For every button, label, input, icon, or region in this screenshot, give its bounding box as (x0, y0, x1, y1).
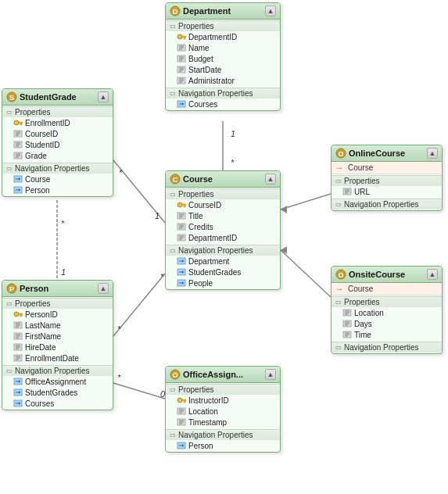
entity-icon: O (335, 148, 346, 159)
svg-rect-96 (20, 315, 22, 317)
properties-header[interactable]: ▭ Properties (2, 106, 113, 117)
collapse-button[interactable]: ▲ (427, 269, 438, 280)
entity-onlinecourse-title: O OnlineCourse (335, 148, 405, 159)
svg-text:O: O (338, 271, 343, 279)
onlinecourse-arrow-row: → Course (332, 162, 442, 174)
department-row-Courses: Courses (166, 98, 280, 109)
sg-row-Course: Course (2, 174, 113, 184)
entity-department-header[interactable]: D Department ▲ (166, 3, 280, 20)
nav-header[interactable]: ▭ Navigation Properties (332, 342, 442, 353)
sg-row-EnrollmentID: EnrollmentID (2, 117, 113, 128)
entity-course-header[interactable]: C Course ▲ (166, 171, 280, 188)
studentgrade-properties-section: ▭ Properties EnrollmentID CourseID Stude… (2, 106, 113, 162)
person-row-LastName: LastName (2, 320, 113, 331)
sg-row-Grade: Grade (2, 150, 113, 161)
sg-row-Person: Person (2, 184, 113, 195)
collapse-button[interactable]: ▲ (265, 369, 276, 380)
entity-icon: O (170, 369, 181, 380)
nav-icon (13, 377, 23, 386)
entity-icon: O (335, 269, 346, 280)
entity-icon: D (170, 5, 181, 16)
entity-icon: C (170, 174, 181, 184)
department-properties-section: ▭ Properties DepartmentID Name Budget St… (166, 20, 280, 87)
entity-onsitecourse-header[interactable]: O OnsiteCourse ▲ (332, 267, 442, 283)
properties-header[interactable]: ▭ Properties (166, 20, 280, 31)
prop-icon (13, 129, 23, 138)
svg-point-45 (14, 120, 19, 125)
nav-icon (177, 267, 186, 277)
person-nav-section: ▭ Navigation Properties OfficeAssignment… (2, 364, 113, 410)
entity-course-title: C Course (170, 174, 213, 184)
svg-line-15 (281, 194, 331, 209)
key-icon (177, 396, 186, 405)
svg-text:S: S (9, 94, 14, 102)
nav-icon (177, 99, 186, 109)
entity-onsitecourse: O OnsiteCourse ▲ → Course ▭ Properties L… (331, 266, 443, 354)
department-nav-section: ▭ Navigation Properties Courses (166, 87, 280, 110)
svg-text:*: * (160, 272, 164, 281)
svg-text:1: 1 (231, 129, 235, 138)
person-properties-section: ▭ Properties PersonID LastName FirstName… (2, 297, 113, 364)
key-icon (177, 32, 186, 41)
nav-header[interactable]: ▭ Navigation Properties (2, 365, 113, 376)
osc-row-Days: Days (332, 318, 442, 329)
properties-header[interactable]: ▭ Properties (332, 296, 442, 307)
entity-studentgrade-header[interactable]: S StudentGrade ▲ (2, 89, 113, 106)
svg-text:P: P (9, 285, 14, 293)
prop-icon (177, 65, 186, 74)
properties-header[interactable]: ▭ Properties (166, 188, 280, 199)
nav-icon (13, 399, 23, 408)
nav-header[interactable]: ▭ Navigation Properties (2, 163, 113, 174)
collapse-button[interactable]: ▲ (98, 283, 109, 294)
prop-icon (177, 76, 186, 85)
nav-header[interactable]: ▭ Navigation Properties (166, 245, 280, 256)
nav-header[interactable]: ▭ Navigation Properties (166, 429, 280, 440)
svg-point-124 (177, 398, 182, 403)
nav-icon (177, 441, 186, 450)
onsitecourse-nav-section: ▭ Navigation Properties (332, 341, 442, 353)
properties-header[interactable]: ▭ Properties (2, 298, 113, 309)
department-row-StartDate: StartDate (166, 64, 280, 75)
collapse-button[interactable]: ▲ (265, 5, 276, 16)
osc-row-Location: Location (332, 307, 442, 318)
svg-line-12 (113, 383, 165, 399)
prop-icon (177, 54, 186, 63)
svg-rect-125 (182, 399, 186, 401)
course-row-CourseID: CourseID (166, 199, 280, 210)
nav-header[interactable]: ▭ Navigation Properties (332, 199, 442, 209)
properties-header[interactable]: ▭ Properties (332, 175, 442, 186)
entity-onlinecourse-header[interactable]: O OnlineCourse ▲ (332, 145, 442, 162)
diagram-canvas: 1 * * 1 * 1 * * * 0..1 D (0, 0, 448, 494)
prop-icon (13, 331, 23, 341)
svg-marker-16 (281, 206, 287, 213)
person-row-StudentGrades: StudentGrades (2, 387, 113, 398)
oc-row-URL: URL (332, 186, 442, 197)
svg-text:D: D (173, 8, 178, 16)
svg-point-21 (177, 34, 182, 39)
collapse-button[interactable]: ▲ (265, 174, 276, 184)
department-row-DepartmentID: DepartmentID (166, 31, 280, 42)
oa-row-Location: Location (166, 406, 280, 417)
properties-header[interactable]: ▭ Properties (166, 384, 280, 395)
key-icon (13, 118, 23, 127)
svg-point-68 (177, 202, 182, 207)
onsitecourse-arrow-row: → Course (332, 283, 442, 295)
svg-marker-18 (281, 246, 287, 254)
oa-row-Person: Person (166, 440, 280, 451)
person-row-PersonID: PersonID (2, 309, 113, 320)
prop-icon (342, 319, 352, 328)
onlinecourse-nav-section: ▭ Navigation Properties (332, 198, 442, 210)
nav-header[interactable]: ▭ Navigation Properties (166, 88, 280, 98)
collapse-button[interactable]: ▲ (98, 91, 109, 102)
entity-onlinecourse: O OnlineCourse ▲ → Course ▭ Properties U… (331, 145, 443, 211)
collapse-button[interactable]: ▲ (427, 148, 438, 159)
svg-text:1: 1 (155, 211, 159, 220)
sg-row-StudentID: StudentID (2, 139, 113, 150)
entity-department: D Department ▲ ▭ Properties DepartmentID… (165, 2, 281, 111)
prop-icon (13, 151, 23, 160)
prop-icon (13, 342, 23, 352)
entity-officeassign-header[interactable]: O OfficeAssign... ▲ (166, 367, 280, 383)
entity-person-header[interactable]: P Person ▲ (2, 281, 113, 297)
svg-rect-47 (20, 123, 22, 125)
svg-text:1: 1 (61, 267, 66, 277)
